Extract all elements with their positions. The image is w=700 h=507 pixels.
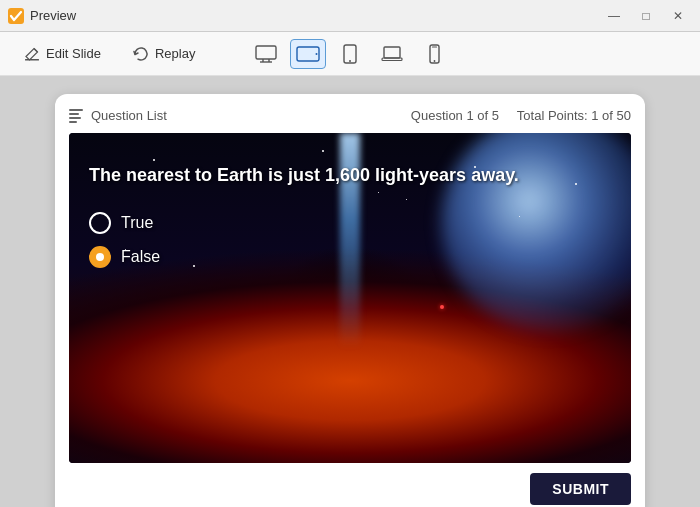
question-counter: Question 1 of 5: [411, 108, 499, 123]
radio-false[interactable]: [89, 246, 111, 268]
device-tablet-landscape-button[interactable]: [290, 39, 326, 69]
answer-false-option[interactable]: False: [89, 246, 611, 268]
edit-icon: [24, 46, 40, 62]
panel-header: Question List Question 1 of 5 Total Poin…: [69, 108, 631, 123]
minimize-button[interactable]: —: [600, 5, 628, 27]
replay-label: Replay: [155, 46, 195, 61]
device-laptop-button[interactable]: [374, 39, 410, 69]
total-points: Total Points: 1 of 50: [517, 108, 631, 123]
slide-content: The nearest to Earth is just 1,600 light…: [69, 133, 631, 463]
svg-rect-11: [382, 58, 402, 61]
window-controls: — □ ✕: [600, 5, 692, 27]
submit-row: SUBMIT: [69, 473, 631, 505]
svg-rect-18: [69, 121, 77, 123]
toolbar: Edit Slide Replay: [0, 32, 700, 76]
svg-rect-15: [69, 109, 83, 111]
question-list-label: Question List: [91, 108, 167, 123]
desktop-icon: [255, 45, 277, 63]
device-selector: [248, 39, 452, 69]
slide-overlay: The nearest to Earth is just 1,600 light…: [89, 163, 611, 280]
svg-rect-10: [384, 47, 400, 58]
submit-button[interactable]: SUBMIT: [530, 473, 631, 505]
replay-icon: [133, 46, 149, 62]
app-icon: [8, 8, 24, 24]
radio-false-inner: [96, 253, 104, 261]
preview-panel: Question List Question 1 of 5 Total Poin…: [55, 94, 645, 507]
panel-header-left: Question List: [69, 108, 167, 123]
laptop-icon: [381, 45, 403, 63]
svg-point-7: [316, 53, 318, 55]
edit-slide-label: Edit Slide: [46, 46, 101, 61]
maximize-button[interactable]: □: [632, 5, 660, 27]
device-tablet-portrait-button[interactable]: [332, 39, 368, 69]
answer-true-option[interactable]: True: [89, 212, 611, 234]
main-area: Question List Question 1 of 5 Total Poin…: [0, 76, 700, 507]
title-bar: Preview — □ ✕: [0, 0, 700, 32]
question-list-icon: [69, 109, 85, 123]
slide-question: The nearest to Earth is just 1,600 light…: [89, 163, 611, 188]
answer-false-label: False: [121, 248, 160, 266]
title-bar-left: Preview: [8, 8, 76, 24]
tablet-portrait-icon: [343, 44, 357, 64]
replay-button[interactable]: Replay: [125, 42, 203, 66]
svg-rect-1: [25, 59, 39, 61]
tablet-landscape-icon: [296, 45, 320, 63]
close-button[interactable]: ✕: [664, 5, 692, 27]
svg-rect-2: [256, 46, 276, 59]
panel-header-right: Question 1 of 5 Total Points: 1 of 50: [411, 108, 631, 123]
mobile-icon: [429, 44, 440, 64]
svg-point-13: [433, 60, 435, 62]
edit-slide-button[interactable]: Edit Slide: [16, 42, 109, 66]
answer-true-label: True: [121, 214, 153, 232]
window-title: Preview: [30, 8, 76, 23]
svg-point-9: [349, 60, 351, 62]
toolbar-left: Edit Slide Replay: [16, 42, 248, 66]
svg-rect-16: [69, 113, 79, 115]
radio-true[interactable]: [89, 212, 111, 234]
device-desktop-button[interactable]: [248, 39, 284, 69]
device-mobile-button[interactable]: [416, 39, 452, 69]
svg-rect-17: [69, 117, 81, 119]
